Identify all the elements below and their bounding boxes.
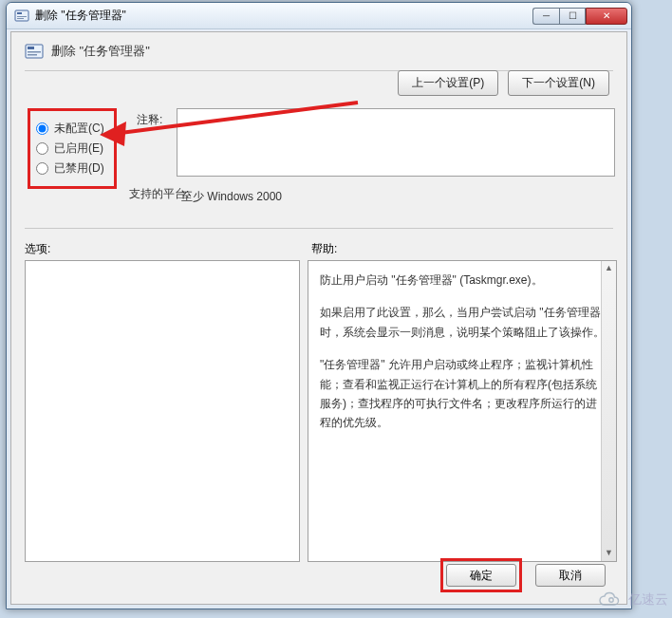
cancel-button[interactable]: 取消 xyxy=(535,564,606,587)
nav-buttons: 上一个设置(P) 下一个设置(N) xyxy=(398,70,609,96)
header: 删除 "任务管理器" xyxy=(11,32,626,66)
scroll-up-icon[interactable]: ▲ xyxy=(602,261,616,276)
options-panel xyxy=(25,260,300,562)
policy-icon xyxy=(14,9,29,24)
svg-rect-5 xyxy=(28,47,34,49)
divider-mid xyxy=(25,228,613,229)
radio-enabled[interactable] xyxy=(36,142,48,155)
next-setting-button[interactable]: 下一个设置(N) xyxy=(508,70,609,96)
help-paragraph: 防止用户启动 "任务管理器" (Taskmgr.exe)。 xyxy=(320,271,605,290)
svg-rect-7 xyxy=(28,54,37,56)
dialog-buttons: 确定 取消 xyxy=(440,558,606,592)
minimize-button[interactable]: ─ xyxy=(532,8,559,25)
dialog-window: 删除 "任务管理器" ─ ☐ ✕ 删除 "任务管理器" 上一个设置(P) 下一个… xyxy=(6,2,632,609)
svg-rect-6 xyxy=(28,51,41,53)
svg-rect-1 xyxy=(17,12,22,14)
help-label: 帮助: xyxy=(311,241,337,257)
comment-input[interactable] xyxy=(177,108,615,177)
svg-rect-2 xyxy=(17,16,27,17)
radio-not-configured-label: 未配置(C) xyxy=(54,121,104,137)
platform-value: 至少 Windows 2000 xyxy=(177,182,615,220)
scrollbar[interactable]: ▲ ▼ xyxy=(601,261,616,561)
watermark-text: 亿速云 xyxy=(628,591,668,609)
help-paragraph: 如果启用了此设置，那么，当用户尝试启动 "任务管理器" 时，系统会显示一则消息，… xyxy=(320,303,605,342)
prev-setting-button[interactable]: 上一个设置(P) xyxy=(398,70,498,96)
window-title: 删除 "任务管理器" xyxy=(35,8,532,24)
state-radio-group: 未配置(C) 已启用(E) 已禁用(D) xyxy=(28,108,117,189)
client-area: 删除 "任务管理器" 上一个设置(P) 下一个设置(N) 未配置(C) 已启用(… xyxy=(10,31,627,605)
policy-header-icon xyxy=(25,42,44,61)
radio-disabled[interactable] xyxy=(36,162,48,175)
radio-enabled-label: 已启用(E) xyxy=(54,140,103,157)
comment-label: 注释: xyxy=(137,112,162,128)
radio-disabled-label: 已禁用(D) xyxy=(54,160,104,177)
annotation-highlight: 确定 xyxy=(440,558,522,592)
help-panel: 防止用户启动 "任务管理器" (Taskmgr.exe)。 如果启用了此设置，那… xyxy=(308,260,617,562)
options-label: 选项: xyxy=(25,241,50,257)
help-paragraph: "任务管理器" 允许用户启动或终止程序；监视计算机性能；查看和监视正运行在计算机… xyxy=(320,355,605,433)
window-controls: ─ ☐ ✕ xyxy=(532,8,627,25)
svg-rect-0 xyxy=(15,10,28,21)
close-button[interactable]: ✕ xyxy=(586,8,627,25)
titlebar[interactable]: 删除 "任务管理器" ─ ☐ ✕ xyxy=(7,3,631,29)
maximize-button[interactable]: ☐ xyxy=(559,8,586,25)
ok-button[interactable]: 确定 xyxy=(446,564,516,587)
radio-not-configured[interactable] xyxy=(36,122,48,135)
header-title: 删除 "任务管理器" xyxy=(51,43,150,60)
svg-rect-3 xyxy=(17,18,24,19)
